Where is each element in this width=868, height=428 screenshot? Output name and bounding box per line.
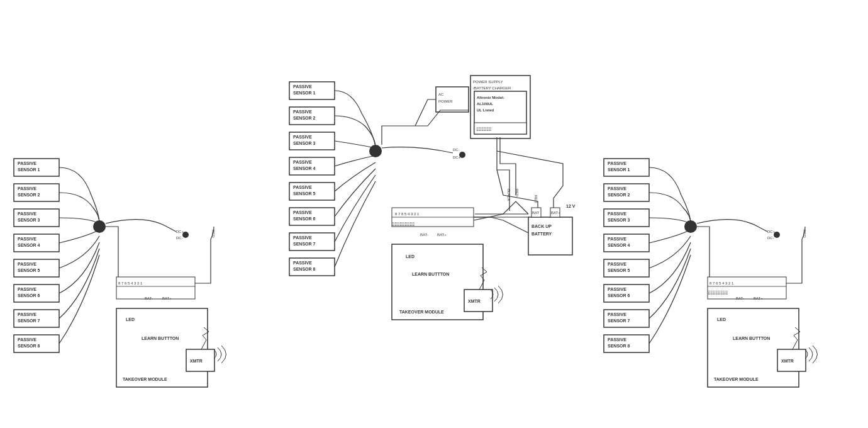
svg-point-79	[459, 152, 465, 158]
svg-text:AC: AC	[438, 93, 444, 96]
svg-text:PASSIVE: PASSIVE	[608, 161, 626, 166]
svg-text:SENSOR 6: SENSOR 6	[293, 217, 316, 221]
svg-rect-28	[116, 277, 195, 299]
svg-text:LEARN BUTTTON: LEARN BUTTTON	[142, 336, 179, 341]
svg-text:8  7  6  5  4  3  2  1: 8 7 6 5 4 3 2 1	[709, 281, 734, 285]
svg-text:PASSIVE: PASSIVE	[608, 287, 626, 291]
svg-point-64	[369, 145, 382, 157]
svg-text:BACK UP: BACK UP	[531, 224, 552, 228]
svg-text:LED: LED	[717, 317, 726, 322]
svg-text:BAT+: BAT+	[437, 233, 447, 237]
svg-text:XMTR: XMTR	[190, 359, 203, 363]
svg-text:POWER SUPPLY: POWER SUPPLY	[473, 80, 503, 84]
svg-text:UL Listed: UL Listed	[477, 108, 494, 112]
svg-text:TAKEOVER MODULE: TAKEOVER MODULE	[123, 377, 167, 381]
svg-text:SENSOR 2: SENSOR 2	[608, 193, 630, 197]
svg-text:XMTR: XMTR	[468, 299, 481, 303]
svg-text:BAT-: BAT-	[420, 233, 428, 237]
svg-text:SENSOR 4: SENSOR 4	[608, 243, 630, 247]
svg-point-127	[684, 220, 697, 233]
svg-text:SENSOR 2: SENSOR 2	[293, 116, 316, 120]
svg-text:SENSOR 3: SENSOR 3	[608, 218, 630, 222]
svg-text:Altronix Model:: Altronix Model:	[477, 96, 504, 99]
svg-text:DC-: DC-	[767, 236, 774, 240]
svg-text:LEARN BUTTTON: LEARN BUTTTON	[733, 336, 770, 341]
svg-text:SENSOR 5: SENSOR 5	[18, 268, 40, 273]
svg-text:PASSIVE: PASSIVE	[608, 312, 626, 317]
svg-text:BAT+: BAT+	[754, 296, 763, 300]
svg-text:SENSOR 3: SENSOR 3	[18, 218, 40, 222]
svg-rect-95	[528, 217, 572, 255]
svg-text:⣿⣿⣿⣿⣿⣿⣿⣿: ⣿⣿⣿⣿⣿⣿⣿⣿	[708, 291, 728, 295]
svg-text:BATTERY: BATTERY	[531, 232, 552, 236]
svg-text:SENSOR 1: SENSOR 1	[293, 91, 316, 95]
svg-text:12 V: 12 V	[566, 204, 576, 208]
svg-text:SENSOR 5: SENSOR 5	[293, 191, 316, 196]
svg-text:BAT: BAT	[532, 211, 540, 215]
svg-text:SENSOR 7: SENSOR 7	[608, 318, 630, 323]
svg-text:SENSOR 6: SENSOR 6	[608, 293, 630, 298]
svg-text:/BATTERY CHARGER: /BATTERY CHARGER	[473, 86, 511, 90]
svg-text:PASSIVE: PASSIVE	[18, 337, 36, 342]
svg-text:RED: RED	[534, 195, 538, 203]
svg-text:PASSIVE: PASSIVE	[18, 161, 36, 166]
svg-text:LED: LED	[126, 317, 135, 322]
svg-text:PASSIVE: PASSIVE	[608, 337, 626, 342]
svg-text:BAT+: BAT+	[162, 296, 172, 300]
svg-text:8  7  6  5  4  3  2  1: 8 7 6 5 4 3 2 1	[118, 281, 143, 285]
svg-text:PASSIVE: PASSIVE	[293, 110, 312, 114]
svg-text:BAT-: BAT-	[736, 296, 744, 300]
svg-text:RED: RED	[515, 189, 519, 197]
svg-text:PASSIVE: PASSIVE	[18, 211, 36, 216]
svg-point-130	[774, 232, 780, 238]
svg-text:⣿⣿⣿⣿⣿⣿⣿⣿⣿: ⣿⣿⣿⣿⣿⣿⣿⣿⣿	[392, 222, 415, 226]
svg-text:SENSOR 4: SENSOR 4	[18, 243, 40, 247]
svg-text:SENSOR 7: SENSOR 7	[293, 242, 316, 246]
svg-point-27	[182, 232, 189, 238]
svg-text:PASSIVE: PASSIVE	[293, 261, 312, 265]
svg-text:DC+: DC+	[176, 230, 184, 234]
svg-text:TAKEOVER MODULE: TAKEOVER MODULE	[714, 377, 759, 381]
svg-text:PASSIVE: PASSIVE	[18, 312, 36, 317]
svg-text:PASSIVE: PASSIVE	[293, 185, 312, 189]
svg-text:PASSIVE: PASSIVE	[18, 287, 36, 291]
svg-text:LED: LED	[406, 254, 415, 259]
svg-text:SENSOR 8: SENSOR 8	[293, 267, 316, 271]
svg-text:SENSOR 7: SENSOR 7	[18, 318, 40, 323]
svg-point-24	[93, 220, 106, 233]
svg-text:SENSOR 1: SENSOR 1	[18, 167, 40, 172]
svg-text:PASSIVE: PASSIVE	[608, 211, 626, 216]
svg-text:SENSOR 8: SENSOR 8	[18, 344, 40, 348]
svg-text:SENSOR 5: SENSOR 5	[608, 268, 630, 273]
svg-text:PASSIVE: PASSIVE	[18, 237, 36, 241]
svg-text:DC-: DC-	[453, 148, 460, 152]
svg-text:SENSOR 4: SENSOR 4	[293, 166, 316, 171]
svg-text:SENSOR 3: SENSOR 3	[293, 141, 316, 145]
svg-text:BAT+: BAT+	[551, 211, 560, 215]
svg-text:PASSIVE: PASSIVE	[293, 160, 312, 164]
svg-text:PASSIVE: PASSIVE	[293, 135, 312, 139]
svg-text:LEARN BUTTTON: LEARN BUTTTON	[412, 272, 449, 276]
svg-rect-131	[708, 277, 786, 299]
svg-text:SENSOR 1: SENSOR 1	[608, 167, 630, 172]
svg-text:PASSIVE: PASSIVE	[18, 262, 36, 266]
svg-text:PASSIVE: PASSIVE	[18, 186, 36, 191]
svg-text:SENSOR 2: SENSOR 2	[18, 193, 40, 197]
svg-text:BAT-: BAT-	[145, 296, 153, 300]
svg-text:SENSOR 6: SENSOR 6	[18, 293, 40, 298]
svg-text:⣿⣿⣿⣿⣿⣿: ⣿⣿⣿⣿⣿⣿	[476, 127, 491, 131]
svg-text:POWER: POWER	[438, 99, 453, 103]
svg-text:SENSOR 8: SENSOR 8	[608, 344, 630, 348]
svg-text:AL100UL: AL100UL	[477, 102, 493, 106]
svg-text:DC+: DC+	[767, 230, 776, 234]
svg-text:BLACK: BLACK	[507, 189, 511, 201]
svg-text:PASSIVE: PASSIVE	[608, 186, 626, 191]
svg-text:PASSIVE: PASSIVE	[293, 235, 312, 240]
diagram-container: PASSIVE SENSOR 1 PASSIVE SENSOR 2 PASSIV…	[0, 0, 868, 428]
svg-text:DC-: DC-	[176, 236, 183, 240]
svg-text:PASSIVE: PASSIVE	[293, 84, 312, 89]
svg-text:PASSIVE: PASSIVE	[608, 262, 626, 266]
svg-text:XMTR: XMTR	[781, 359, 794, 363]
svg-text:8  7  6  5  4  3  2  1: 8 7 6 5 4 3 2 1	[395, 212, 420, 216]
svg-text:PASSIVE: PASSIVE	[293, 210, 312, 215]
